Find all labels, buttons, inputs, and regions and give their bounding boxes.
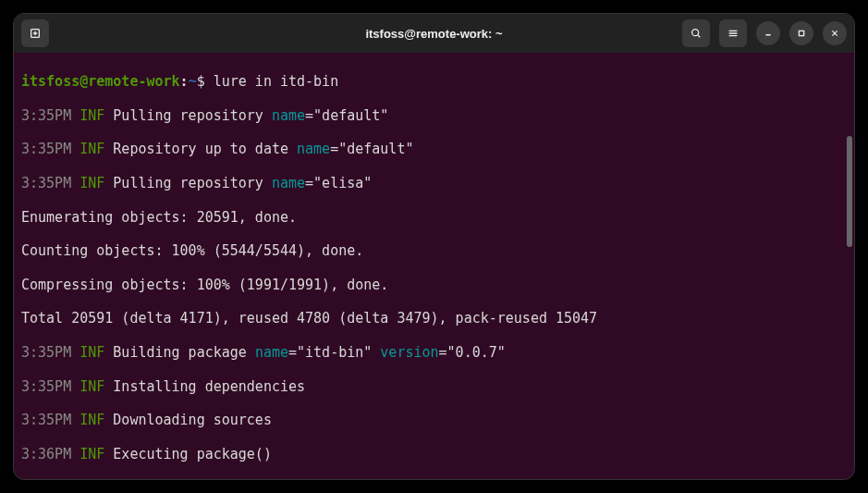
prompt-path: ~ xyxy=(189,73,197,90)
prompt-host: remote-work xyxy=(88,73,179,90)
log-text: Installing dependencies xyxy=(113,378,305,395)
log-line: Counting objects: 100% (5544/5544), done… xyxy=(21,242,847,259)
log-eq: = xyxy=(305,175,313,191)
prompt-user: itsfoss xyxy=(21,73,79,90)
log-line: Total 20591 (delta 4171), reused 4780 (d… xyxy=(21,310,847,327)
log-eq: = xyxy=(305,107,313,124)
log-line: 3:35PM INF Downloading sources xyxy=(21,412,847,428)
log-line: 3:35PM INF Repository up to date name="d… xyxy=(21,141,847,157)
terminal-window: itsfoss@remote-work: ~ itsfoss@remote-wo… xyxy=(13,13,855,480)
prompt-dollar: $ xyxy=(197,73,214,90)
log-time: 3:35PM xyxy=(21,378,79,395)
close-button[interactable] xyxy=(823,21,847,45)
maximize-button[interactable] xyxy=(789,21,813,45)
log-text: Building package xyxy=(113,344,255,361)
prompt-at: @ xyxy=(79,73,88,90)
log-level: INF xyxy=(79,344,113,361)
log-level: INF xyxy=(79,378,113,395)
command-text: lure in itd-bin xyxy=(214,73,338,90)
log-time: 3:35PM xyxy=(21,107,79,124)
log-text: Pulling repository xyxy=(113,175,272,191)
log-val: "elisa" xyxy=(313,175,372,191)
log-val: "default" xyxy=(338,141,413,157)
log-text: Executing package() xyxy=(113,446,272,462)
log-val: "itd-bin" xyxy=(297,344,380,361)
log-time: 3:35PM xyxy=(21,141,79,157)
log-key: name xyxy=(255,344,288,361)
log-time: 3:36PM xyxy=(21,446,79,462)
log-val: "default" xyxy=(313,107,388,124)
log-time: 3:35PM xyxy=(21,344,79,361)
svg-line-4 xyxy=(698,35,701,38)
menu-button[interactable] xyxy=(719,19,747,47)
log-text: Pulling repository xyxy=(113,107,272,124)
log-time: 3:35PM xyxy=(21,412,79,428)
svg-rect-9 xyxy=(799,31,803,35)
log-key: name xyxy=(272,175,305,191)
svg-point-3 xyxy=(692,30,699,36)
window-title: itsfoss@remote-work: ~ xyxy=(365,27,502,41)
log-key: name xyxy=(297,141,330,157)
log-level: INF xyxy=(79,175,113,191)
log-line: 3:36PM INF Executing package() xyxy=(21,446,847,462)
log-line: Compressing objects: 100% (1991/1991), d… xyxy=(21,277,847,293)
prompt-line: itsfoss@remote-work:~$ lure in itd-bin xyxy=(21,73,847,90)
log-line: 3:35PM INF Building package name="itd-bi… xyxy=(21,344,847,361)
log-line: 3:35PM INF Pulling repository name="elis… xyxy=(21,175,847,191)
log-text: Repository up to date xyxy=(113,141,297,157)
log-line: Enumerating objects: 20591, done. xyxy=(21,209,847,226)
titlebar-left xyxy=(21,19,49,47)
log-level: INF xyxy=(79,107,113,124)
log-level: INF xyxy=(79,412,113,428)
log-eq: = xyxy=(330,141,338,157)
scrollbar-thumb[interactable] xyxy=(847,136,852,247)
log-key: name xyxy=(272,107,305,124)
log-line: 3:35PM INF Installing dependencies xyxy=(21,378,847,395)
log-line: 3:35PM INF Pulling repository name="defa… xyxy=(21,107,847,124)
prompt-colon: : xyxy=(180,73,189,90)
titlebar: itsfoss@remote-work: ~ xyxy=(14,14,854,53)
minimize-button[interactable] xyxy=(756,21,780,45)
log-val: "0.0.7" xyxy=(447,344,506,361)
search-button[interactable] xyxy=(682,19,710,47)
log-text: Downloading sources xyxy=(113,412,272,428)
log-level: INF xyxy=(79,141,113,157)
log-key: version xyxy=(380,344,438,361)
titlebar-right xyxy=(682,19,847,47)
log-level: INF xyxy=(79,446,113,462)
new-tab-button[interactable] xyxy=(21,19,49,47)
log-time: 3:35PM xyxy=(21,175,79,191)
terminal-content[interactable]: itsfoss@remote-work:~$ lure in itd-bin 3… xyxy=(14,53,854,479)
